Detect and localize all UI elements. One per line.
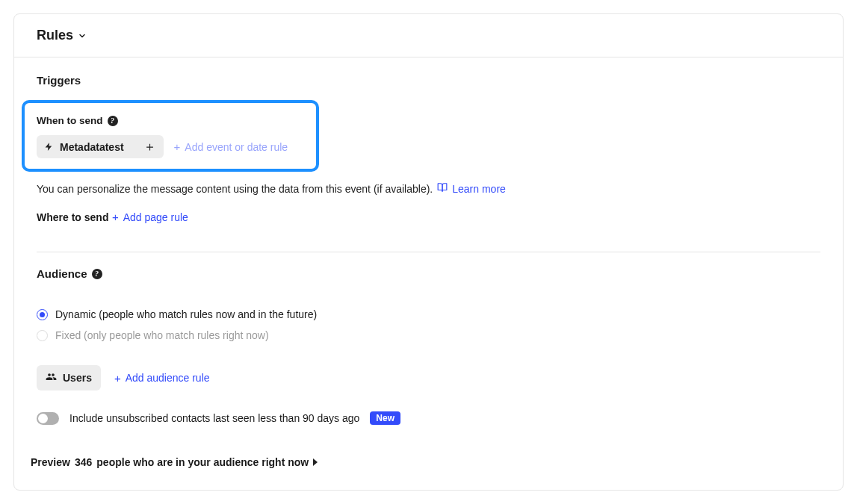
radio-unchecked-icon	[37, 330, 48, 341]
help-icon[interactable]: ?	[108, 116, 118, 126]
plus-icon: +	[114, 372, 121, 385]
caret-right-icon	[313, 458, 318, 466]
learn-more-text: Learn more	[452, 183, 506, 195]
learn-more-link[interactable]: Learn more	[437, 182, 506, 195]
bolt-icon	[44, 142, 54, 152]
where-to-send-text: Where to send	[37, 211, 108, 223]
audience-dynamic-option[interactable]: Dynamic (people who match rules now and …	[37, 308, 820, 320]
card-title-text: Rules	[37, 28, 73, 43]
helper-text: You can personalize the message content …	[37, 183, 433, 195]
trigger-helper-text: You can personalize the message content …	[37, 182, 820, 195]
plus-icon: +	[174, 140, 181, 153]
preview-prefix: Preview	[31, 456, 70, 468]
add-audience-label: Add audience rule	[126, 372, 210, 384]
audience-heading: Audience ?	[37, 267, 102, 280]
rules-card: Rules Triggers When to send ? Metadatate…	[13, 13, 844, 491]
preview-suffix: people who are in your audience right no…	[96, 456, 309, 468]
audience-pill-row: Users + Add audience rule	[37, 365, 820, 391]
preview-count: 346	[75, 456, 92, 468]
fixed-label: Fixed (only people who match rules right…	[55, 329, 269, 341]
trigger-chip-row: Metadatatest ＋ + Add event or date rule	[37, 135, 304, 158]
audience-title-text: Audience	[37, 267, 87, 280]
triggers-heading: Triggers	[37, 74, 820, 87]
trigger-chip-label: Metadatatest	[60, 141, 124, 153]
include-unsubscribed-toggle[interactable]	[37, 412, 59, 425]
book-icon	[437, 182, 448, 195]
card-body: Triggers When to send ? Metadatatest ＋ +…	[14, 57, 843, 490]
where-to-send-label: Where to send	[37, 211, 108, 223]
preview-audience-link[interactable]: Preview 346 people who are in your audie…	[31, 456, 318, 468]
chevron-down-icon	[78, 31, 87, 40]
add-event-rule-button[interactable]: + Add event or date rule	[174, 140, 288, 153]
rules-title-dropdown[interactable]: Rules	[37, 28, 87, 43]
users-button[interactable]: Users	[37, 365, 101, 391]
add-audience-rule-button[interactable]: + Add audience rule	[114, 372, 210, 385]
new-badge: New	[370, 411, 400, 425]
card-header: Rules	[14, 14, 843, 57]
radio-checked-icon	[37, 309, 48, 320]
add-page-rule-button[interactable]: + Add page rule	[112, 211, 188, 223]
trigger-event-chip[interactable]: Metadatatest ＋	[37, 135, 164, 158]
audience-fixed-option[interactable]: Fixed (only people who match rules right…	[37, 329, 820, 341]
add-event-label: Add event or date rule	[185, 141, 288, 153]
plus-icon: +	[112, 211, 119, 223]
toggle-label: Include unsubscribed contacts last seen …	[69, 412, 359, 424]
divider	[37, 252, 820, 252]
when-to-send-text: When to send	[37, 115, 103, 126]
users-icon	[46, 371, 57, 385]
plus-icon[interactable]: ＋	[143, 140, 156, 153]
help-icon[interactable]: ?	[92, 269, 102, 279]
dynamic-label: Dynamic (people who match rules now and …	[55, 308, 317, 320]
when-to-send-box: When to send ? Metadatatest ＋ + Add even…	[22, 100, 319, 172]
include-unsubscribed-row: Include unsubscribed contacts last seen …	[37, 411, 820, 425]
when-to-send-label: When to send ?	[37, 115, 118, 126]
add-page-label: Add page rule	[123, 211, 188, 223]
users-btn-label: Users	[63, 372, 92, 384]
